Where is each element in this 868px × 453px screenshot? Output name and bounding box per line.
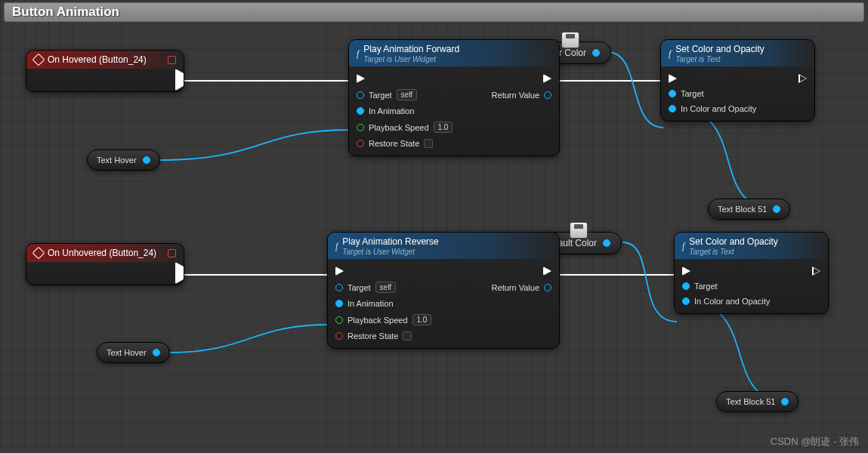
node-subtitle: Target is Text (675, 55, 764, 63)
delegate-pin[interactable] (168, 249, 176, 257)
node-play-animation-reverse[interactable]: f Play Animation ReverseTarget is User W… (327, 232, 560, 349)
pin-label: In Animation (348, 299, 394, 308)
restore-checkbox[interactable] (403, 331, 412, 341)
node-title: Play Animation Forward (363, 44, 459, 54)
var-text-block[interactable]: Text Block 51 (708, 199, 790, 220)
var-label: Text Hover (97, 156, 137, 165)
event-icon (32, 247, 45, 260)
exec-out-pin[interactable] (543, 267, 551, 276)
function-icon: f (669, 48, 671, 60)
target-pin[interactable] (335, 284, 343, 291)
node-subtitle: Target is User Widget (342, 248, 438, 256)
pin-label: In Color and Opacity (694, 297, 770, 306)
pin-label: Playback Speed (348, 316, 408, 325)
pin-label: Restore State (369, 139, 419, 148)
speed-value[interactable]: 1.0 (434, 122, 453, 133)
node-set-color-opacity[interactable]: f Set Color and OpacityTarget is Text Ta… (674, 232, 829, 314)
target-pin[interactable] (682, 282, 690, 290)
exec-out-pin[interactable] (812, 267, 820, 276)
event-on-hovered[interactable]: On Hovered (Button_24) (26, 50, 184, 92)
exec-out-pin[interactable] (175, 69, 184, 91)
event-header: On Unhovered (Button_24) (26, 244, 184, 262)
var-out-pin[interactable] (781, 398, 789, 405)
pin-label: Target (694, 282, 718, 291)
exec-out-pin[interactable] (798, 74, 807, 83)
pin-label: Return Value (492, 91, 539, 100)
exec-in-pin[interactable] (357, 74, 365, 83)
node-set-color-opacity[interactable]: f Set Color and OpacityTarget is Text Ta… (660, 39, 815, 122)
var-out-pin[interactable] (143, 156, 150, 164)
param-icon (561, 32, 579, 48)
function-icon: f (682, 241, 684, 252)
function-icon: f (357, 48, 359, 60)
pin-label: Playback Speed (369, 123, 429, 132)
graph-title: Button Animation (4, 2, 864, 22)
var-label: Text Block 51 (718, 205, 767, 214)
var-label: Text Hover (107, 348, 147, 357)
restore-state-pin[interactable] (357, 140, 364, 147)
target-value[interactable]: self (397, 89, 418, 100)
node-title: Play Animation Reverse (342, 236, 438, 247)
var-text-hover[interactable]: Text Hover (97, 342, 170, 363)
var-out-pin[interactable] (773, 205, 780, 213)
target-pin[interactable] (669, 90, 676, 97)
node-title: Set Color and Opacity (675, 44, 764, 54)
node-header: f Set Color and OpacityTarget is Text (675, 233, 828, 259)
delegate-pin[interactable] (168, 56, 176, 64)
pin-label: Target (369, 91, 392, 100)
exec-in-pin[interactable] (682, 267, 690, 276)
watermark: CSDN @朗迹 - 张伟 (771, 435, 859, 448)
restore-state-pin[interactable] (335, 332, 343, 340)
param-icon (570, 222, 588, 239)
color-pin[interactable] (682, 297, 690, 305)
restore-checkbox[interactable] (424, 139, 433, 148)
in-animation-pin[interactable] (335, 300, 343, 307)
playback-speed-pin[interactable] (357, 124, 364, 131)
pin-label: Target (681, 89, 704, 98)
speed-value[interactable]: 1.0 (412, 314, 432, 325)
var-label: Text Block 51 (726, 397, 775, 406)
exec-in-pin[interactable] (335, 267, 344, 276)
color-pin[interactable] (669, 105, 676, 112)
event-header: On Hovered (Button_24) (26, 51, 184, 69)
graph-title-text: Button Animation (12, 5, 119, 20)
node-title: Set Color and Opacity (689, 236, 777, 247)
pin-label: In Color and Opacity (681, 104, 756, 113)
var-text-hover[interactable]: Text Hover (87, 149, 160, 171)
blueprint-canvas[interactable]: Button Animation On Hovered (Button_24) (0, 0, 868, 453)
var-text-block[interactable]: Text Block 51 (716, 391, 798, 412)
target-value[interactable]: self (375, 282, 397, 293)
event-on-unhovered[interactable]: On Unhovered (Button_24) (26, 243, 184, 285)
param-out-pin[interactable] (603, 239, 610, 247)
event-label: On Hovered (Button_24) (48, 54, 147, 65)
node-header: f Play Animation ForwardTarget is User W… (349, 40, 559, 66)
var-out-pin[interactable] (153, 349, 160, 356)
pin-label: Target (348, 283, 371, 292)
playback-speed-pin[interactable] (335, 316, 343, 324)
node-subtitle: Target is User Widget (363, 55, 459, 63)
exec-in-pin[interactable] (669, 74, 677, 83)
node-header: f Set Color and OpacityTarget is Text (661, 40, 814, 66)
pin-label: In Animation (369, 106, 415, 116)
in-animation-pin[interactable] (357, 107, 364, 115)
return-pin[interactable] (544, 91, 551, 99)
event-icon (32, 54, 45, 66)
function-icon: f (335, 241, 338, 252)
pin-label: Restore State (348, 331, 398, 341)
target-pin[interactable] (357, 91, 364, 99)
node-play-animation-forward[interactable]: f Play Animation ForwardTarget is User W… (348, 39, 560, 156)
node-header: f Play Animation ReverseTarget is User W… (328, 233, 559, 259)
pin-label: Return Value (492, 283, 539, 292)
param-out-pin[interactable] (592, 49, 600, 57)
exec-out-pin[interactable] (543, 74, 551, 83)
return-pin[interactable] (544, 284, 551, 291)
exec-out-pin[interactable] (175, 262, 184, 284)
event-label: On Unhovered (Button_24) (48, 248, 156, 258)
node-subtitle: Target is Text (689, 248, 777, 256)
